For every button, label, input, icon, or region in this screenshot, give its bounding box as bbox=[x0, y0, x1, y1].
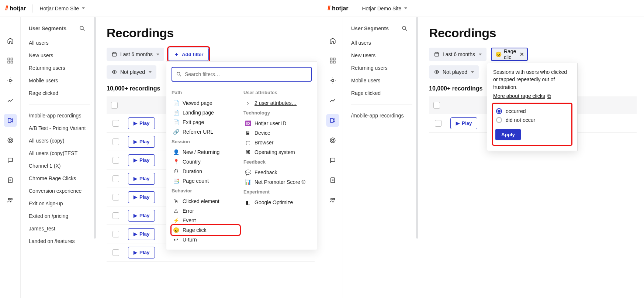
segment-item[interactable]: New users bbox=[29, 52, 92, 58]
play-button[interactable]: ▶Play bbox=[128, 247, 155, 258]
radio-occurred[interactable]: occurred bbox=[495, 107, 569, 116]
segment-item[interactable]: /mobile-app recordings bbox=[29, 113, 92, 119]
radio-did-not-occur[interactable]: did not occur bbox=[495, 116, 569, 124]
select-all-checkbox[interactable] bbox=[111, 102, 118, 109]
date-filter[interactable]: Last 6 months bbox=[429, 48, 487, 61]
row-checkbox[interactable] bbox=[112, 212, 119, 219]
segment-item[interactable]: All users (copy)TEST bbox=[29, 150, 92, 156]
segment-item[interactable]: Rage clicked bbox=[29, 90, 92, 96]
segment-item[interactable]: All users (copy) bbox=[29, 138, 92, 144]
rail-recordings[interactable] bbox=[4, 114, 17, 127]
filter-feedback[interactable]: 💬Feedback bbox=[243, 168, 312, 177]
rail-dashboards[interactable] bbox=[4, 54, 17, 67]
rail-highlights[interactable] bbox=[4, 74, 17, 87]
add-filter-button[interactable]: ＋ Add filter bbox=[169, 48, 209, 61]
play-button[interactable]: ▶Play bbox=[128, 154, 155, 166]
play-button[interactable]: ▶Play bbox=[128, 136, 155, 148]
rail-feedback[interactable] bbox=[4, 154, 17, 167]
row-checkbox[interactable] bbox=[435, 120, 442, 127]
date-filter[interactable]: Last 6 months bbox=[107, 48, 164, 61]
rail-feedback[interactable] bbox=[326, 154, 339, 167]
row-checkbox[interactable] bbox=[112, 175, 119, 182]
rail-highlights[interactable] bbox=[326, 74, 339, 87]
rage-filter-chip[interactable]: 😠 Rage clic ✕ bbox=[491, 48, 528, 61]
filter-event[interactable]: ⚡Event bbox=[172, 216, 240, 225]
close-icon[interactable]: ✕ bbox=[520, 51, 524, 57]
filter-country[interactable]: 📍Country bbox=[172, 157, 240, 167]
segment-item[interactable]: All users bbox=[29, 40, 92, 46]
segment-item[interactable]: /mobile-app recordings bbox=[351, 113, 415, 119]
filter-rage-click[interactable]: 😠Rage click bbox=[172, 225, 240, 235]
filter-landing-page[interactable]: 📄Landing page bbox=[172, 108, 240, 117]
filter-clicked-element[interactable]: 🖱Clicked element bbox=[172, 196, 240, 206]
filter-hotjar-id[interactable]: 🆔Hotjar user ID bbox=[243, 119, 312, 128]
segment-item[interactable]: Channel 1 (X) bbox=[29, 163, 92, 169]
row-checkbox[interactable] bbox=[112, 157, 119, 164]
filter-page-count[interactable]: 📑Page count bbox=[172, 176, 240, 186]
not-played-filter[interactable]: Not played bbox=[107, 65, 156, 79]
rail-trends[interactable] bbox=[4, 94, 17, 107]
rail-recordings[interactable] bbox=[326, 114, 339, 127]
play-button[interactable]: ▶Play bbox=[128, 210, 155, 222]
search-icon[interactable] bbox=[401, 25, 408, 32]
filter-user-attributes[interactable]: ›2 user attributes… bbox=[243, 98, 312, 108]
row-checkbox[interactable] bbox=[112, 194, 119, 201]
filter-optimize[interactable]: ◧Google Optimize bbox=[243, 198, 312, 207]
filter-nps[interactable]: 📊Net Promoter Score ® bbox=[243, 177, 312, 187]
row-checkbox[interactable] bbox=[112, 249, 119, 256]
row-checkbox[interactable] bbox=[112, 138, 119, 145]
segment-item[interactable]: Returning users bbox=[351, 65, 415, 71]
segment-item[interactable]: James_test bbox=[29, 226, 92, 232]
play-button[interactable]: ▶Play bbox=[128, 173, 155, 185]
filter-referrer-url[interactable]: 🔗Referrer URL bbox=[172, 127, 240, 137]
filter-new-returning[interactable]: 👤New / Returning bbox=[172, 147, 240, 157]
play-button[interactable]: ▶Play bbox=[450, 117, 477, 129]
filter-search[interactable] bbox=[172, 67, 312, 82]
play-button[interactable]: ▶Play bbox=[128, 117, 155, 129]
rail-users[interactable] bbox=[4, 193, 17, 207]
filter-browser[interactable]: ▢Browser bbox=[243, 138, 312, 147]
play-icon: ▶ bbox=[134, 231, 137, 237]
row-checkbox[interactable] bbox=[112, 231, 119, 237]
rail-surveys[interactable] bbox=[4, 174, 17, 187]
apply-button[interactable]: Apply bbox=[495, 129, 521, 140]
rail-home[interactable] bbox=[4, 34, 17, 47]
filter-u-turn[interactable]: ↩U-turn bbox=[172, 235, 240, 244]
rail-heatmaps[interactable] bbox=[4, 134, 17, 147]
rage-more-link[interactable]: More about rage clicks ⧉ bbox=[493, 93, 551, 99]
segment-item[interactable]: Rage clicked bbox=[351, 90, 415, 96]
search-icon[interactable] bbox=[79, 25, 86, 32]
rail-trends[interactable] bbox=[326, 94, 339, 107]
filter-os[interactable]: ⌘Operating system bbox=[243, 147, 312, 157]
filter-device[interactable]: 🖥Device bbox=[243, 128, 312, 138]
segment-item[interactable]: New users bbox=[351, 52, 415, 58]
filter-viewed-page[interactable]: 📄Viewed page bbox=[172, 98, 240, 108]
site-picker[interactable]: Hotjar Demo Site bbox=[39, 6, 85, 11]
segment-item[interactable]: Exited on /pricing bbox=[29, 213, 92, 219]
segment-item[interactable]: Landed on /features bbox=[29, 238, 92, 244]
filter-duration[interactable]: ⏱Duration bbox=[172, 167, 240, 176]
segment-item[interactable]: Mobile users bbox=[29, 78, 92, 83]
topbar: // hotjar Hotjar Demo Site bbox=[0, 0, 322, 17]
play-button[interactable]: ▶Play bbox=[128, 191, 155, 203]
segment-item[interactable]: Conversion experience bbox=[29, 188, 92, 194]
select-all-checkbox[interactable] bbox=[433, 102, 440, 109]
filter-error[interactable]: ⚠Error bbox=[172, 206, 240, 216]
segment-item[interactable]: Chrome Rage Clicks bbox=[29, 175, 92, 181]
segment-item[interactable]: All users bbox=[351, 40, 415, 46]
segment-item[interactable]: Returning users bbox=[29, 65, 92, 71]
rail-home[interactable] bbox=[326, 34, 339, 47]
rail-users[interactable] bbox=[326, 193, 339, 207]
rail-heatmaps[interactable] bbox=[326, 134, 339, 147]
filter-exit-page[interactable]: 📄Exit page bbox=[172, 117, 240, 127]
segment-item[interactable]: Mobile users bbox=[351, 78, 415, 83]
segment-item[interactable]: Exit on sign-up bbox=[29, 201, 92, 206]
not-played-filter[interactable]: Not played bbox=[429, 65, 479, 79]
site-picker[interactable]: Hotjar Demo Site bbox=[362, 6, 407, 11]
rail-dashboards[interactable] bbox=[326, 54, 339, 67]
play-button[interactable]: ▶Play bbox=[128, 228, 155, 240]
segment-item[interactable]: A/B Test - Pricing Variant bbox=[29, 125, 92, 131]
row-checkbox[interactable] bbox=[112, 120, 119, 127]
rail-surveys[interactable] bbox=[326, 174, 339, 187]
filter-search-input[interactable] bbox=[185, 71, 307, 77]
